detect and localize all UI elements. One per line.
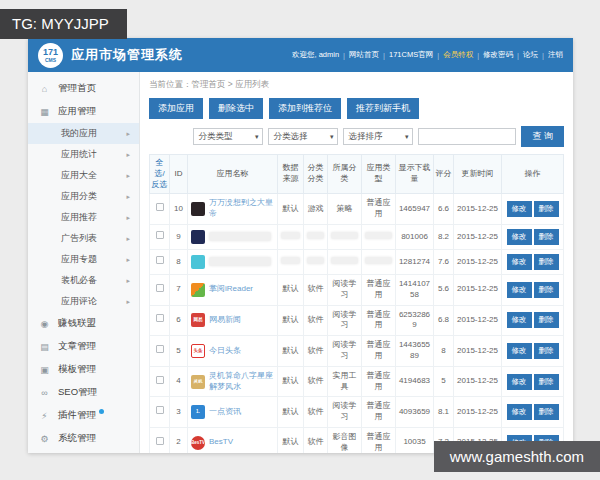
add-app-button[interactable]: 添加应用 <box>149 98 203 119</box>
sidebar-subitem-app-comments[interactable]: 应用评论▸ <box>28 291 139 312</box>
search-input[interactable] <box>418 128 516 145</box>
dropdown-category-select[interactable]: 分类选择▾ <box>268 128 338 145</box>
row-checkbox[interactable] <box>156 231 164 239</box>
cell-id: 7 <box>170 274 188 305</box>
delete-button[interactable]: 删除 <box>534 282 559 298</box>
app-name-link[interactable]: 万万没想到之大皇帝 <box>209 198 276 220</box>
edit-button[interactable]: 修改 <box>507 229 532 245</box>
cell-category-class: 软件 <box>304 305 328 336</box>
app-icon <box>191 230 205 244</box>
row-checkbox[interactable] <box>156 256 164 264</box>
cell-rating: 8.2 <box>434 224 454 249</box>
edit-button[interactable]: 修改 <box>507 282 532 298</box>
sidebar-subitem-app-stats[interactable]: 应用统计▸ <box>28 144 139 165</box>
chevron-right-icon: ▸ <box>126 193 130 201</box>
edit-button[interactable]: 修改 <box>507 254 532 270</box>
cell-downloads: 4194683 <box>396 366 434 397</box>
sidebar-item-plugin[interactable]: ⚡插件管理 <box>28 404 139 427</box>
edit-button[interactable]: 修改 <box>507 201 532 217</box>
header-link-forum[interactable]: 论坛 <box>523 50 538 60</box>
delete-button[interactable]: 删除 <box>534 374 559 390</box>
cell-category <box>328 224 362 249</box>
cell-source: 默认 <box>278 397 304 428</box>
sidebar-item-label: 文章管理 <box>58 340 96 353</box>
cell-downloads: 1281274 <box>396 249 434 274</box>
cell-app-name <box>188 249 278 274</box>
redacted-name <box>209 232 271 241</box>
app-name-link[interactable]: 网易新闻 <box>209 315 241 326</box>
cell-updated: 2015-12-25 <box>454 194 502 225</box>
delete-button[interactable]: 删除 <box>534 201 559 217</box>
add-to-recommend-button[interactable]: 添加到推荐位 <box>269 98 341 119</box>
edit-button[interactable]: 修改 <box>507 343 532 359</box>
cell-downloads: 801006 <box>396 224 434 249</box>
delete-button[interactable]: 删除 <box>534 404 559 420</box>
header-link-vip[interactable]: 会员特权 <box>443 50 473 60</box>
sidebar-item-template[interactable]: ▣模板管理 <box>28 358 139 381</box>
dropdown-sort-order[interactable]: 选择排序▾ <box>343 128 413 145</box>
header-link-site-home[interactable]: 网站首页 <box>349 50 379 60</box>
sidebar-subitem-must-install[interactable]: 装机必备▸ <box>28 270 139 291</box>
delete-button[interactable]: 删除 <box>534 229 559 245</box>
app-name-link[interactable]: 掌阅iReader <box>209 284 253 295</box>
sidebar-subitem-app-topic[interactable]: 应用专题▸ <box>28 249 139 270</box>
dropdown-category-type[interactable]: 分类类型▾ <box>193 128 263 145</box>
sidebar-subitem-my-apps[interactable]: 我的应用▸ <box>28 123 139 144</box>
table-row: 5头条今日头条默认软件阅读学习普通应用14436558982015-12-25修… <box>150 336 564 367</box>
edit-button[interactable]: 修改 <box>507 312 532 328</box>
header-links: 欢迎您, admin|网站首页|171CMS官网|会员特权|修改密码|论坛|注销 <box>292 50 563 60</box>
header-link-change-password[interactable]: 修改密码 <box>483 50 513 60</box>
edit-button[interactable]: 修改 <box>507 374 532 390</box>
chevron-down-icon: ▾ <box>255 133 259 141</box>
cell-app-type: 普通应用 <box>362 274 396 305</box>
app-name-link[interactable]: BesTV <box>209 437 233 448</box>
redacted-value <box>331 257 357 264</box>
header-link-welcome[interactable]: 欢迎您, admin <box>292 50 339 60</box>
row-checkbox[interactable] <box>156 314 164 322</box>
header-link-cms-site[interactable]: 171CMS官网 <box>389 50 433 60</box>
sidebar-subitem-label: 我的应用 <box>61 127 97 140</box>
delete-button[interactable]: 删除 <box>534 254 559 270</box>
query-button[interactable]: 查 询 <box>521 126 564 147</box>
app-name-link[interactable]: 今日头条 <box>209 346 241 357</box>
sidebar-subitem-ad-list[interactable]: 广告列表▸ <box>28 228 139 249</box>
redacted-name <box>209 257 271 266</box>
app-icon: 网易 <box>191 313 205 327</box>
delete-button[interactable]: 删除 <box>534 343 559 359</box>
recommend-new-phone-button[interactable]: 推荐到新手机 <box>347 98 419 119</box>
watermark-bottom-tag: www.gameshth.com <box>434 441 600 472</box>
sidebar-item-seo[interactable]: ∞SEO管理 <box>28 381 139 404</box>
sidebar-item-label: 插件管理 <box>58 409 96 422</box>
sidebar-subitem-app-all[interactable]: 应用大全▸ <box>28 165 139 186</box>
sidebar-subitem-app-category[interactable]: 应用分类▸ <box>28 186 139 207</box>
sidebar-item-home[interactable]: ⌂管理首页 <box>28 77 139 100</box>
cell-id: 5 <box>170 336 188 367</box>
header-link-logout[interactable]: 注销 <box>548 50 563 60</box>
row-checkbox[interactable] <box>156 437 164 445</box>
row-checkbox[interactable] <box>156 376 164 384</box>
row-checkbox[interactable] <box>156 406 164 414</box>
column-header-data-source: 数据来源 <box>278 155 304 194</box>
sidebar-item-money-union[interactable]: ◉赚钱联盟 <box>28 312 139 335</box>
chevron-right-icon: ▸ <box>126 130 130 138</box>
sidebar-subitem-app-recommend[interactable]: 应用推荐▸ <box>28 207 139 228</box>
app-name-link[interactable]: 一点资讯 <box>209 407 241 418</box>
app-name-link[interactable]: 灵机算命八字星座解梦风水 <box>209 371 276 393</box>
row-checkbox[interactable] <box>156 284 164 292</box>
cell-rating: 8 <box>434 336 454 367</box>
edit-button[interactable]: 修改 <box>507 404 532 420</box>
app-icon: 灵机 <box>191 375 205 389</box>
sidebar-item-system[interactable]: ⚙系统管理 <box>28 427 139 450</box>
sidebar-item-article[interactable]: ▤文章管理 <box>28 335 139 358</box>
column-header-select-all[interactable]: 全选/反选 <box>150 155 170 194</box>
delete-selected-button[interactable]: 删除选中 <box>209 98 263 119</box>
row-checkbox[interactable] <box>156 203 164 211</box>
row-checkbox[interactable] <box>156 345 164 353</box>
cell-app-type: 普通应用 <box>362 427 396 453</box>
delete-button[interactable]: 删除 <box>534 312 559 328</box>
cell-source: 默认 <box>278 274 304 305</box>
cell-id: 4 <box>170 366 188 397</box>
cell-checkbox <box>150 274 170 305</box>
gear-icon: ⚙ <box>38 434 51 444</box>
sidebar-item-apps[interactable]: ▦应用管理 <box>28 100 139 123</box>
